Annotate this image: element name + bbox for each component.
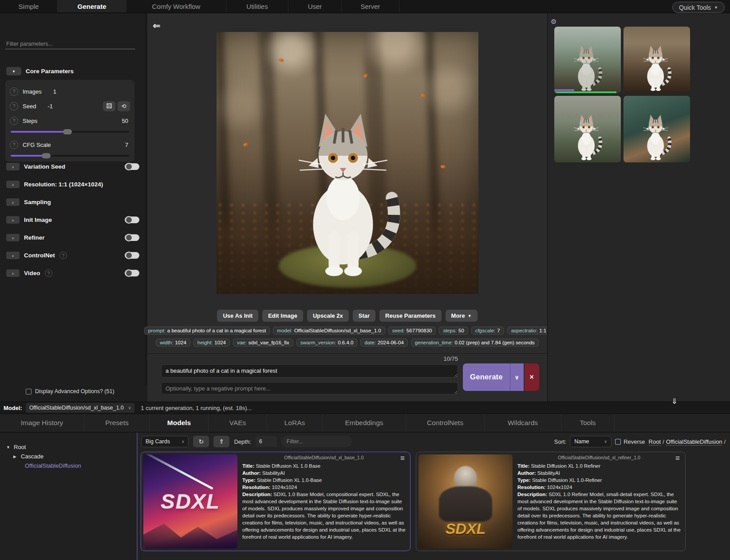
- quick-tools-button[interactable]: Quick Tools ▼: [672, 2, 725, 13]
- help-icon[interactable]: ?: [59, 252, 67, 259]
- cfg-scale-value[interactable]: 7: [125, 142, 128, 148]
- random-seed-button[interactable]: ⚄: [103, 101, 115, 111]
- meta-value: OfficialStableDiffusion/sd_xl_base_1.0: [294, 328, 381, 333]
- expand-init-image-button[interactable]: ›: [6, 216, 20, 224]
- tab-presets[interactable]: Presets: [84, 414, 150, 432]
- model-select[interactable]: OfficialStableDiffusion/sd_xl_base_1.0 ∨: [26, 403, 134, 413]
- more-button[interactable]: More▼: [446, 310, 477, 322]
- top-nav: Simple Generate Comfy Workflow Utilities…: [0, 0, 730, 13]
- refresh-models-button[interactable]: ↻: [193, 436, 209, 447]
- help-icon[interactable]: ?: [10, 141, 18, 149]
- help-icon[interactable]: ?: [45, 269, 52, 277]
- meta-steps[interactable]: steps:50: [439, 327, 468, 335]
- init-image-toggle[interactable]: [125, 217, 139, 223]
- meta-vae[interactable]: vae:sdxl_vae_fp16_fix: [233, 339, 293, 347]
- steps-value[interactable]: 50: [122, 118, 128, 124]
- meta-generation-time[interactable]: generation_time:0.02 (prep) and 7.84 (ge…: [411, 339, 539, 347]
- filter-parameters-input[interactable]: [5, 39, 135, 49]
- expand-video-button[interactable]: ›: [6, 269, 20, 277]
- reuse-seed-icon: ⟲: [122, 103, 126, 110]
- models-toolbar: Big Cards ∨ ↻ ⇑ Depth: Sort: Name ∨ Re: [141, 435, 727, 448]
- tab-comfy-workflow[interactable]: Comfy Workflow: [126, 0, 226, 12]
- meta-model[interactable]: model:OfficialStableDiffusion/sd_xl_base…: [273, 327, 385, 335]
- steps-slider[interactable]: [11, 131, 129, 133]
- steps-slider-knob[interactable]: [63, 129, 72, 134]
- tab-generate[interactable]: Generate: [58, 0, 126, 12]
- expand-variation-seed-button[interactable]: ›: [6, 163, 20, 170]
- meta-swarm-version[interactable]: swarm_version:0.6.4.0: [296, 339, 358, 347]
- depth-input[interactable]: [256, 436, 277, 447]
- tab-user[interactable]: User: [288, 0, 342, 12]
- model-card-sdxl-base[interactable]: SDXL OfficialStableDiffusion/sd_xl_base_…: [141, 452, 410, 551]
- tab-server[interactable]: Server: [342, 0, 399, 12]
- seed-value[interactable]: -1: [47, 103, 53, 110]
- thumbnail-image[interactable]: [554, 96, 621, 162]
- use-as-init-button[interactable]: Use As Init: [217, 310, 258, 322]
- meta-seed[interactable]: seed:567790830: [388, 327, 436, 335]
- cfg-slider-knob[interactable]: [42, 153, 51, 158]
- expand-sampling-button[interactable]: ›: [6, 198, 20, 206]
- reuse-seed-button[interactable]: ⟲: [118, 101, 130, 111]
- thumbnail-image[interactable]: [623, 27, 690, 93]
- reuse-parameters-button[interactable]: Reuse Parameters: [379, 310, 441, 322]
- tab-vaes[interactable]: VAEs: [209, 414, 267, 432]
- video-toggle[interactable]: [125, 270, 139, 276]
- negative-prompt-input[interactable]: [161, 382, 458, 394]
- meta-width[interactable]: width:1024: [156, 339, 190, 347]
- star-button[interactable]: Star: [353, 310, 375, 322]
- models-filter-input[interactable]: [281, 436, 352, 447]
- tab-loras[interactable]: LoRAs: [267, 414, 323, 432]
- tree-item-officialstablediffusion[interactable]: OfficialStableDiffusion: [0, 461, 137, 470]
- interrupt-button[interactable]: ×: [525, 363, 539, 391]
- tree-item-cascade[interactable]: ▶ Cascade: [0, 452, 137, 461]
- breadcrumb-root-link[interactable]: Root: [649, 438, 661, 446]
- tab-controlnets[interactable]: ControlNets: [406, 414, 485, 432]
- help-icon[interactable]: ?: [10, 117, 18, 125]
- meta-aspectratio[interactable]: aspectratio:1:1: [507, 327, 550, 335]
- menu-icon[interactable]: ≡: [675, 454, 680, 463]
- edit-image-button[interactable]: Edit Image: [262, 310, 303, 322]
- collapse-sidebar-icon[interactable]: ⇐: [153, 20, 161, 31]
- core-parameters-card: ? Images 1 ? Seed -1 ⚄ ⟲ ? Steps 50: [5, 80, 134, 162]
- meta-height[interactable]: height:1024: [193, 339, 230, 347]
- upscale-2x-button[interactable]: Upscale 2x: [307, 310, 349, 322]
- tab-simple[interactable]: Simple: [0, 0, 58, 12]
- help-icon[interactable]: ?: [10, 87, 18, 96]
- meta-date[interactable]: date:2024-06-04: [360, 339, 407, 347]
- controlnet-toggle[interactable]: [125, 252, 139, 259]
- breadcrumb-folder-link[interactable]: OfficialStableDiffusion: [666, 438, 722, 446]
- generate-button[interactable]: Generate: [463, 363, 510, 391]
- meta-cfgscale[interactable]: cfgscale:7: [471, 327, 504, 335]
- upload-model-button[interactable]: ⇑: [213, 436, 229, 447]
- generated-image[interactable]: [217, 32, 478, 294]
- thumbnail-generating[interactable]: [554, 27, 621, 93]
- collapse-panel-icon[interactable]: ⇓: [671, 397, 678, 406]
- tab-tools[interactable]: Tools: [561, 414, 615, 432]
- tab-models[interactable]: Models: [150, 414, 209, 432]
- thumbnail-image[interactable]: [623, 96, 690, 162]
- cfg-slider[interactable]: [11, 155, 129, 157]
- menu-icon[interactable]: ≡: [400, 454, 405, 463]
- view-mode-select[interactable]: Big Cards ∨: [141, 436, 189, 447]
- prompt-input[interactable]: a beautiful photo of a cat in a magical …: [161, 364, 458, 378]
- images-value[interactable]: 1: [53, 88, 56, 95]
- refiner-toggle[interactable]: [125, 234, 139, 241]
- advanced-options-checkbox[interactable]: [26, 389, 32, 394]
- model-card-sdxl-refiner[interactable]: SDXL OfficialStableDiffusion/sd_xl_refin…: [416, 452, 686, 551]
- sort-select[interactable]: Name ∨: [570, 436, 612, 447]
- reverse-checkbox[interactable]: [615, 439, 621, 445]
- variation-seed-toggle[interactable]: [125, 163, 139, 170]
- expand-controlnet-button[interactable]: ›: [6, 252, 20, 259]
- gear-icon[interactable]: ⚙: [551, 18, 556, 26]
- tab-embeddings[interactable]: Embeddings: [323, 414, 406, 432]
- tree-item-root[interactable]: ▼ Root: [0, 442, 137, 452]
- help-icon[interactable]: ?: [10, 102, 18, 110]
- expand-resolution-button[interactable]: ›: [6, 181, 20, 188]
- expand-refiner-button[interactable]: ›: [6, 234, 20, 241]
- tab-wildcards[interactable]: Wildcards: [485, 414, 561, 432]
- collapse-core-parameters-button[interactable]: ▾: [6, 67, 21, 75]
- tab-utilities[interactable]: Utilities: [226, 0, 288, 12]
- tab-image-history[interactable]: Image History: [0, 414, 84, 432]
- meta-prompt[interactable]: prompt:a beautiful photo of a cat in a m…: [144, 327, 270, 335]
- generate-dropdown-button[interactable]: ∨: [510, 363, 524, 391]
